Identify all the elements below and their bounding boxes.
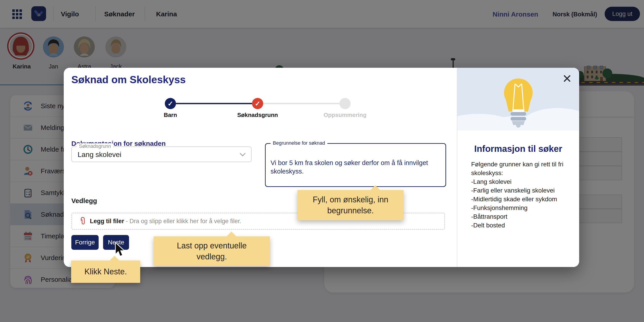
step-label-barn: Barn	[164, 112, 177, 118]
info-reason: -Midlertidig skade eller sykdom	[471, 195, 570, 204]
upload-text-bold: Legg til filer	[90, 218, 124, 224]
soknadsgrunn-select[interactable]: Søknadsgrunn Lang skolevei	[71, 146, 252, 162]
step-label-oppsummering: Oppsummering	[324, 112, 366, 118]
info-reason: -Funksjonshemming	[471, 204, 570, 212]
soknadsgrunn-select-value: Lang skolevei	[78, 150, 122, 159]
step-circle-oppsummering[interactable]	[340, 98, 350, 109]
begrunnelse-textarea[interactable]: Begrunnelse for søknad Vi bor 5 km fra s…	[265, 143, 446, 187]
info-reason: -Farlig eller vanskelig skolevei	[471, 186, 570, 195]
info-reason: -Båttransport	[471, 212, 570, 221]
step-circle-soknadsgrunn[interactable]: ✓	[252, 98, 263, 109]
step-label-soknadsgrunn: Søknadsgrunn	[237, 112, 278, 118]
info-panel-title: Informasjon til søker	[457, 144, 579, 154]
step-circle-barn[interactable]: ✓	[165, 98, 176, 109]
info-panel: Informasjon til søker Følgende grunner k…	[457, 68, 579, 267]
info-intro: Følgende grunner kan gi rett til fri sko…	[471, 160, 570, 177]
tooltip-vedlegg: Last opp eventuelle vedlegg.	[154, 236, 270, 266]
mouse-cursor	[114, 242, 126, 259]
stepper-connector-upcoming	[263, 103, 340, 104]
tooltip-begrunnelse: Fyll, om ønskelig, inn begrunnelse.	[298, 190, 404, 220]
begrunnelse-textarea-label: Begrunnelse for søknad	[270, 140, 327, 146]
page: Vigilo Søknader Karina Ninni Aronsen Nor…	[0, 0, 644, 322]
close-icon[interactable]	[563, 74, 571, 82]
info-panel-body: Følgende grunner kan gi rett til fri sko…	[471, 160, 570, 230]
soknadsgrunn-select-label: Søknadsgrunn	[77, 143, 113, 149]
stepper-connector-done	[176, 103, 252, 104]
modal-title: Søknad om Skoleskyss	[71, 74, 186, 86]
begrunnelse-textarea-value: Vi bor 5 km fra skolen og søker derfor o…	[270, 158, 439, 176]
lightbulb-illustration	[457, 68, 579, 130]
tooltip-klikk-neste: Klikk Neste.	[71, 260, 140, 283]
info-reason: -Delt bosted	[471, 221, 570, 230]
upload-text: Legg til filer - Dra og slipp eller klik…	[90, 218, 241, 225]
info-reason: -Lang skolevei	[471, 177, 570, 186]
paperclip-icon	[80, 217, 86, 225]
chevron-down-icon	[240, 153, 246, 157]
attachments-heading: Vedlegg	[71, 197, 97, 204]
upload-text-rest: - Dra og slipp eller klikk her for å vel…	[124, 218, 241, 224]
forrige-button[interactable]: Forrige	[71, 235, 98, 250]
soknad-modal: Søknad om Skoleskyss ✓ ✓ Barn Søknadsgru…	[64, 68, 579, 267]
